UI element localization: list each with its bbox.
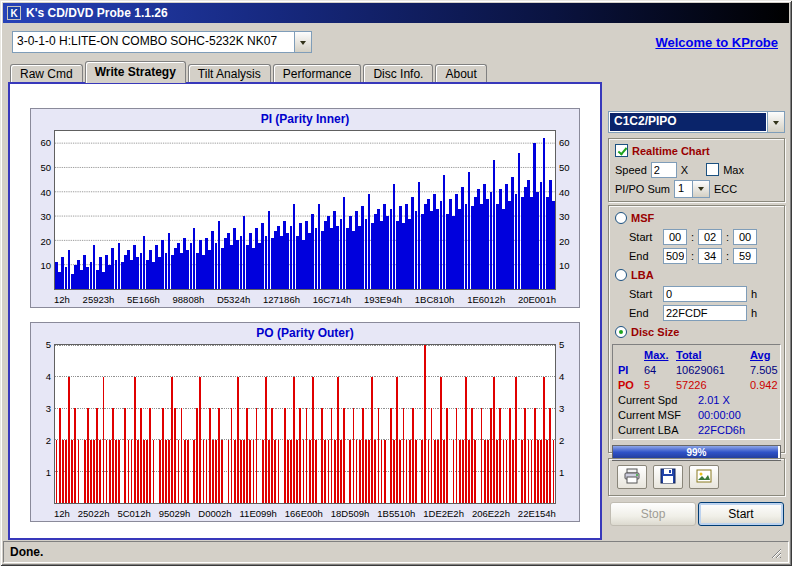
- tab-performance[interactable]: Performance: [273, 64, 362, 83]
- stats-header-max: Max.: [644, 349, 676, 361]
- stats-header-avg: Avg: [750, 349, 775, 361]
- speed-label: Speed: [615, 164, 647, 176]
- tab-raw-cmd[interactable]: Raw Cmd: [10, 64, 83, 83]
- welcome-link[interactable]: Welcome to KProbe: [655, 35, 778, 50]
- stats-pi-row: PI 64 10629061 7.505: [613, 362, 780, 377]
- lba-radio[interactable]: [615, 269, 627, 281]
- stats-header-row: Max. Total Avg: [613, 347, 780, 362]
- current-speed-value: 2.01 X: [698, 394, 775, 406]
- stop-button[interactable]: Stop: [610, 502, 696, 526]
- realtime-chart-checkbox[interactable]: [615, 144, 628, 157]
- test-mode-combo[interactable]: C1C2/PIPO: [608, 111, 785, 133]
- stats-po-row: PO 5 57226 0.942: [613, 377, 780, 392]
- pipo-sum-value: 1: [675, 181, 692, 197]
- po-chart-title: PO (Parity Outer): [31, 326, 579, 340]
- dropdown-arrow-icon[interactable]: [692, 181, 709, 197]
- current-speed-row: Current Spd 2.01 X: [613, 392, 780, 407]
- msf-radio[interactable]: [615, 212, 627, 224]
- po-y-axis-right: 12345: [556, 344, 579, 504]
- po-max-value: 5: [644, 379, 676, 391]
- test-mode-value: C1C2/PIPO: [610, 113, 766, 131]
- msf-separator: :: [726, 250, 729, 262]
- pi-y-axis-left: 102030405060: [31, 130, 54, 290]
- status-text: Done.: [10, 545, 43, 559]
- stats-header-total: Total: [676, 349, 750, 361]
- realtime-chart-label: Realtime Chart: [632, 145, 710, 157]
- current-speed-label: Current Spd: [618, 394, 698, 406]
- po-total-value: 57226: [676, 379, 750, 391]
- svg-text:K: K: [10, 8, 18, 19]
- po-plot-area: [54, 344, 556, 504]
- pi-x-axis: 12h25923h5E166h98808hD5324h127186h16C714…: [54, 294, 556, 305]
- lba-end-input[interactable]: [663, 305, 747, 321]
- msf-start-frame[interactable]: [733, 229, 757, 245]
- stats-panel: Max. Total Avg PI 64 10629061 7.505 PO 5…: [612, 344, 781, 440]
- msf-label: MSF: [631, 212, 654, 224]
- printer-icon: [623, 468, 641, 487]
- drive-select-value: 3-0-1-0 H:LITE-ON COMBO SOHC-5232K NK07: [13, 32, 294, 52]
- app-icon: K: [7, 6, 21, 20]
- po-chart: PO (Parity Outer) 12345 12345 12h25022h5…: [30, 322, 580, 522]
- save-button[interactable]: [653, 465, 683, 489]
- lba-end-label: End: [629, 307, 659, 319]
- max-speed-label: Max: [723, 164, 744, 176]
- pi-avg-value: 7.505: [750, 364, 778, 376]
- ecc-label: ECC: [714, 183, 737, 195]
- pipo-sum-combo[interactable]: 1: [674, 180, 710, 198]
- window-title: K's CD/DVD Probe 1.1.26: [26, 6, 168, 20]
- msf-start-label: Start: [629, 231, 659, 243]
- msf-end-frame[interactable]: [733, 248, 757, 264]
- disc-size-radio[interactable]: [615, 326, 627, 338]
- current-msf-label: Current MSF: [618, 409, 698, 421]
- tab-write-strategy[interactable]: Write Strategy: [85, 61, 186, 83]
- toolbar-group: [608, 458, 785, 496]
- start-button[interactable]: Start: [698, 502, 784, 526]
- lba-start-input[interactable]: [663, 286, 747, 302]
- po-row-label: PO: [618, 379, 644, 391]
- floppy-disk-icon: [660, 468, 676, 487]
- range-group: MSF Start : : End : : LBA Start h: [608, 205, 785, 453]
- current-lba-row: Current LBA 22FCD6h: [613, 422, 780, 437]
- speed-unit-label: X: [681, 164, 688, 176]
- tab-about[interactable]: About: [435, 64, 486, 83]
- msf-separator: :: [691, 231, 694, 243]
- chart-image-icon: [696, 468, 712, 487]
- tab-strip: Raw Cmd Write Strategy Tilt Analysis Per…: [10, 61, 489, 83]
- app-window: K K's CD/DVD Probe 1.1.26 3-0-1-0 H:LITE…: [0, 0, 792, 566]
- pi-max-value: 64: [644, 364, 676, 376]
- po-y-axis-left: 12345: [31, 344, 54, 504]
- save-chart-image-button[interactable]: [689, 465, 719, 489]
- resize-grip[interactable]: [769, 546, 782, 559]
- msf-end-sec[interactable]: [698, 248, 722, 264]
- dropdown-arrow-icon[interactable]: [294, 32, 311, 52]
- title-bar: K K's CD/DVD Probe 1.1.26: [3, 3, 789, 23]
- print-button[interactable]: [617, 465, 647, 489]
- pi-total-value: 10629061: [676, 364, 750, 376]
- pi-row-label: PI: [618, 364, 644, 376]
- drive-select-combo[interactable]: 3-0-1-0 H:LITE-ON COMBO SOHC-5232K NK07: [12, 31, 312, 53]
- pipo-sum-label: PI/PO Sum: [615, 183, 670, 195]
- lba-label: LBA: [631, 269, 654, 281]
- tab-tilt-analysis[interactable]: Tilt Analysis: [188, 64, 271, 83]
- chart-options-group: Realtime Chart Speed X Max PI/PO Sum 1 E…: [608, 138, 785, 202]
- lba-start-label: Start: [629, 288, 659, 300]
- lba-start-unit: h: [751, 288, 757, 300]
- msf-start-sec[interactable]: [698, 229, 722, 245]
- speed-input[interactable]: [651, 162, 677, 178]
- max-speed-checkbox[interactable]: [706, 163, 719, 176]
- pi-chart: PI (Parity Inner) 102030405060 102030405…: [30, 108, 580, 308]
- current-msf-value: 00:00:00: [698, 409, 775, 421]
- msf-separator: :: [726, 231, 729, 243]
- dropdown-arrow-icon[interactable]: [767, 112, 784, 132]
- msf-end-min[interactable]: [663, 248, 687, 264]
- po-x-axis: 12h25022h5C012h95029hD0002h11E099h166E00…: [54, 508, 556, 519]
- msf-start-min[interactable]: [663, 229, 687, 245]
- po-avg-value: 0.942: [750, 379, 778, 391]
- current-lba-value: 22FCD6h: [698, 424, 775, 436]
- pi-chart-title: PI (Parity Inner): [31, 112, 579, 126]
- chart-panel: PI (Parity Inner) 102030405060 102030405…: [8, 82, 602, 540]
- tab-disc-info[interactable]: Disc Info.: [363, 64, 433, 83]
- current-msf-row: Current MSF 00:00:00: [613, 407, 780, 422]
- msf-end-label: End: [629, 250, 659, 262]
- msf-separator: :: [691, 250, 694, 262]
